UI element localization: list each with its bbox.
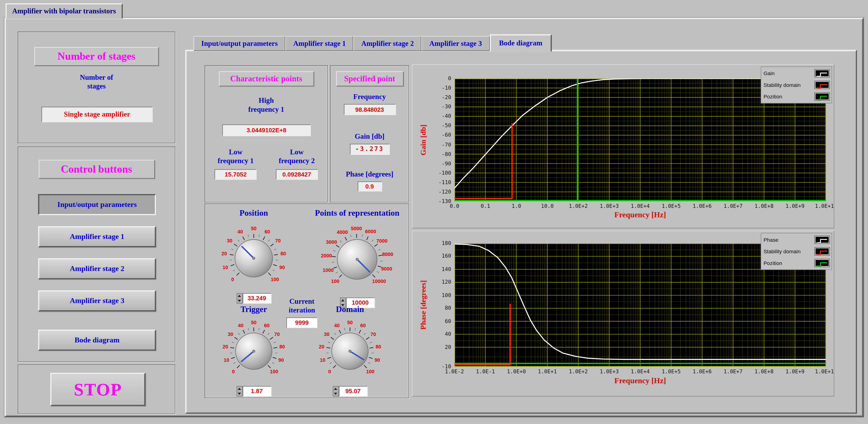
legend-row-pozition[interactable]: Pozition xyxy=(764,258,829,268)
y-tick-label: -40 xyxy=(429,113,451,119)
legend-row-gain[interactable]: Gain xyxy=(764,68,829,79)
knob-scale-label: 10 xyxy=(222,265,228,270)
specified-frequency-label: Frequency xyxy=(353,92,386,101)
knob-scale-label: 80 xyxy=(375,344,381,350)
legend-line-icon[interactable] xyxy=(815,69,829,77)
knob-scale-label: 10 xyxy=(224,357,229,363)
input-output-parameters-button[interactable]: Input/output parameters xyxy=(38,194,156,215)
x-tick-label: 0.1 xyxy=(468,203,503,209)
legend-row-phase[interactable]: Phase xyxy=(764,235,829,245)
position-spinner[interactable] xyxy=(236,293,242,304)
y-tick-label: -20 xyxy=(429,94,451,100)
knob-scale-label: 70 xyxy=(370,331,376,337)
x-tick-label: 1.0E+4 xyxy=(622,203,658,209)
position-knob-dial[interactable]: 0102030405060708090100 xyxy=(206,220,301,293)
low-frequency-2-label: Low frequency 2 xyxy=(279,148,315,166)
knob-scale-label: 40 xyxy=(238,323,244,328)
legend-line-icon[interactable] xyxy=(815,248,829,255)
amplifier-stage-2-button[interactable]: Amplifier stage 2 xyxy=(38,258,156,279)
y-tick-label: -10 xyxy=(429,363,451,369)
legend-row-stability[interactable]: Stability domain xyxy=(764,80,829,90)
low-frequency-2-value: 0.0928427 xyxy=(276,169,318,180)
y-tick-label: -130 xyxy=(429,198,451,204)
tab-input-output-parameters[interactable]: Input/output parameters xyxy=(193,36,285,51)
trigger-value[interactable]: 1.87 xyxy=(242,386,271,397)
points-of-representation-knob[interactable]: Points of representation 100100020003000… xyxy=(306,209,408,308)
knob-scale-label: 30 xyxy=(228,331,234,337)
y-tick-label: 140 xyxy=(429,266,451,272)
knob-scale-label: 100 xyxy=(331,278,339,284)
knob-scale-label: 70 xyxy=(275,238,281,244)
specified-point-title: Specified point xyxy=(336,71,403,86)
position-knob[interactable]: Position 0102030405060708090100 33.249 xyxy=(206,209,301,304)
points-knob-dial[interactable]: 1001000200030004000500060007000800090001… xyxy=(306,220,408,297)
knob-scale-label: 100 xyxy=(366,369,374,374)
tab-bode-diagram[interactable]: Bode diagram xyxy=(490,34,552,52)
y-tick-label: 80 xyxy=(429,305,451,311)
low-frequency-1-label: Low frequency 1 xyxy=(218,148,254,166)
current-iteration-label: Current iteration xyxy=(289,297,315,315)
x-tick-label: 1.0E+8 xyxy=(746,203,782,209)
stop-button[interactable]: STOP xyxy=(50,373,145,406)
control-buttons-panel: Control buttons Input/output parameters … xyxy=(18,147,175,362)
knob-scale-label: 9000 xyxy=(381,266,392,272)
knob-scale-label: 3000 xyxy=(326,239,337,245)
control-buttons-title: Control buttons xyxy=(38,160,155,179)
x-tick-label: 1.0E+10 xyxy=(808,368,834,374)
number-of-stages-value[interactable]: Single stage amplifier xyxy=(41,107,153,122)
knob-scale-label: 20 xyxy=(319,344,324,350)
knob-scale-label: 20 xyxy=(222,344,228,350)
knob-scale-label: 1000 xyxy=(322,267,334,273)
tab-amplifier-stage-2[interactable]: Amplifier stage 2 xyxy=(353,36,422,51)
x-tick-label: 1.0E+2 xyxy=(561,368,596,374)
legend-line-icon[interactable] xyxy=(815,93,829,100)
knob-scale-label: 30 xyxy=(324,331,330,337)
tab-amplifier-stage-1[interactable]: Amplifier stage 1 xyxy=(285,36,353,51)
phase-x-axis-label: Frequency [Hz] xyxy=(455,376,826,385)
amplifier-stage-1-button[interactable]: Amplifier stage 1 xyxy=(38,226,156,247)
phase-bode-graph: Phase [degrees] Frequency [Hz] Phase Sta… xyxy=(412,231,834,397)
low-frequency-1-value: 15.7052 xyxy=(215,169,257,180)
legend-label: Phase xyxy=(764,237,778,243)
amplifier-stage-3-button[interactable]: Amplifier stage 3 xyxy=(38,290,156,311)
y-tick-label: -30 xyxy=(429,103,451,110)
x-tick-label: 1.0E+1 xyxy=(530,368,565,374)
high-frequency-1-value: 3.0449102E+8 xyxy=(222,124,311,136)
y-tick-label: 40 xyxy=(429,331,451,337)
legend-label: Stability domain xyxy=(764,82,801,88)
legend-line-icon[interactable] xyxy=(815,236,829,243)
y-tick-label: -80 xyxy=(429,151,451,157)
domain-spinner[interactable] xyxy=(333,386,339,397)
knob-scale-label: 6000 xyxy=(365,229,376,234)
legend-line-icon[interactable] xyxy=(815,260,829,267)
characteristic-points-panel: Characteristic points High frequency 1 3… xyxy=(205,65,328,202)
bode-diagram-page: Characteristic points High frequency 1 3… xyxy=(185,50,857,414)
knob-scale-label: 70 xyxy=(274,331,280,337)
x-tick-label: 1.0E+9 xyxy=(777,368,813,374)
specified-phase-label: Phase [degrees] xyxy=(346,170,394,179)
bode-diagram-button[interactable]: Bode diagram xyxy=(38,330,156,351)
knobs-panel: Position 0102030405060708090100 33.249 P… xyxy=(205,204,409,398)
legend-row-stability[interactable]: Stability domain xyxy=(764,246,829,257)
domain-value[interactable]: 95.07 xyxy=(339,386,367,397)
x-tick-label: 10.0 xyxy=(530,203,565,209)
y-tick-label: -10 xyxy=(429,85,451,91)
y-tick-label: 20 xyxy=(429,344,451,350)
trigger-knob-label: Trigger xyxy=(241,305,267,316)
legend-row-pozition[interactable]: Pozition xyxy=(764,91,829,102)
position-value[interactable]: 33.249 xyxy=(242,293,271,304)
tab-amplifier-stage-3[interactable]: Amplifier stage 3 xyxy=(422,36,490,51)
legend-line-icon[interactable] xyxy=(815,81,829,89)
current-iteration-value: 9999 xyxy=(286,317,317,328)
number-of-stages-panel: Number of stages Number of stages Single… xyxy=(18,32,175,143)
x-tick-label: 1.0E+3 xyxy=(592,203,627,209)
trigger-spinner[interactable] xyxy=(236,386,242,397)
specified-point-panel: Specified point Frequency 98.848023 Gain… xyxy=(330,65,409,202)
knob-scale-label: 0 xyxy=(232,369,235,374)
knob-scale-label: 60 xyxy=(265,229,270,235)
y-tick-label: -50 xyxy=(429,122,451,128)
y-tick-label: -90 xyxy=(429,160,451,166)
x-tick-label: 1.0E+7 xyxy=(715,368,751,374)
knob-scale-label: 40 xyxy=(238,229,243,235)
characteristic-points-title: Characteristic points xyxy=(219,71,314,86)
